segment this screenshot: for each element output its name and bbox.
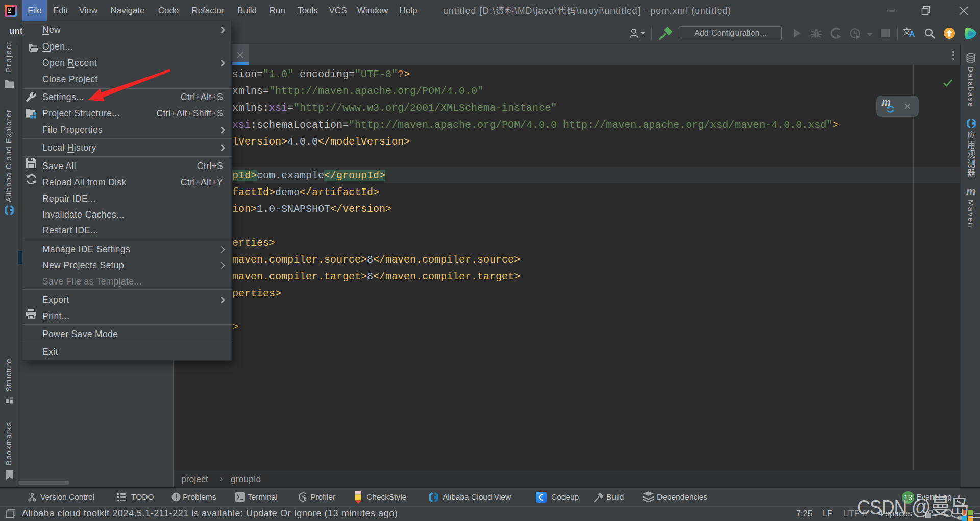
svg-text:IJ: IJ bbox=[8, 7, 11, 12]
